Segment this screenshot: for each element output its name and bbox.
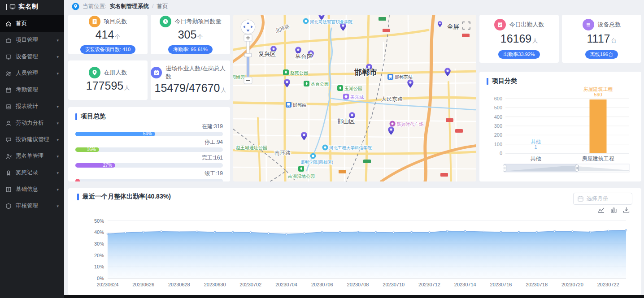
svg-text:南湖湿地公园: 南湖湿地公园 (288, 174, 315, 179)
breadcrumb-current[interactable]: 首页 (157, 3, 168, 10)
location-pin-icon (89, 67, 100, 78)
overview-bar-label: 在建:319 (75, 123, 223, 130)
svg-text:河北司法警官职业学院: 河北司法警官职业学院 (309, 19, 353, 24)
map-panel[interactable]: 复兴区 丛台区 邯山区 邯郸市 北环路 人民东路 南环路 赵苑公园 丛台公园 玉… (233, 15, 476, 181)
download-icon[interactable] (623, 207, 630, 213)
content: 项目总数414个安装设备项目数: 410今日考勤项目数量305个考勤率: 95.… (64, 13, 644, 295)
sidebar-item-blacklist[interactable]: 黑名单管理▾ (0, 148, 64, 164)
overview-bar-label: 完工:161 (75, 154, 223, 162)
breadcrumb-separator: / (152, 3, 153, 9)
sidebar-item-attendance[interactable]: 考勤管理 (0, 82, 64, 98)
chart-toolbox (77, 207, 630, 213)
attendance-panel: 最近一个月整体出勤率(40.83%) 选择月份 (68, 188, 641, 295)
classify-bar-chart[interactable]: 0100200300400500600其他1其他房屋建筑工程590房屋建筑工程 (487, 85, 634, 177)
sidebar-item-basicinfo[interactable]: 基础信息▾ (0, 181, 64, 198)
sidebar-item-label: 劳动力分析 (16, 119, 44, 127)
chevron-down-icon: ▾ (57, 187, 59, 192)
stat-card-registered: 在册人数177595人 (68, 60, 148, 100)
panel-title: 项目分类 (487, 77, 634, 85)
overview-bar-row: 竣工:19 (75, 170, 223, 181)
overview-bar-row: 完工:16127% (75, 154, 223, 168)
stat-card-title: 今日出勤人数 (509, 21, 544, 29)
overview-bar-label: 竣工:19 (75, 170, 223, 177)
sidebar-item-label: 项目管理 (16, 36, 38, 44)
sidebar-item-reward[interactable]: 奖惩记录▾ (0, 164, 64, 181)
svg-text:丛台公园: 丛台公园 (311, 82, 329, 86)
svg-text:河北工程大学科信学院: 河北工程大学科信学院 (329, 145, 372, 150)
sidebar: 实名制 首页项目管理▾设备管理▾人员管理▾考勤管理报表统计▾劳动力分析▾投诉建议… (0, 0, 64, 298)
breadcrumb-root[interactable]: 实名制管理系统 (109, 3, 149, 10)
overview-bar-label: 停工:94 (75, 138, 223, 146)
stat-cards-left: 项目总数414个安装设备项目数: 410今日考勤项目数量305个考勤率: 95.… (68, 15, 230, 100)
map-compass-control[interactable] (241, 20, 255, 34)
stat-card-value: 1117台 (587, 32, 617, 47)
bar-chart-icon[interactable] (610, 207, 617, 213)
bottom-strip (64, 295, 644, 298)
svg-text:200: 200 (494, 132, 502, 138)
stat-card-value: 177595人 (86, 79, 130, 94)
stat-card-unit: 人 (124, 85, 130, 91)
sidebar-item-home[interactable]: 首页 (0, 15, 64, 32)
logo-text: 实名制 (18, 3, 39, 11)
svg-text:20230626: 20230626 (132, 282, 154, 287)
overview-bar-percent: 54% (143, 131, 152, 137)
stat-card-project-total: 项目总数414个安装设备项目数: 410 (68, 15, 148, 54)
overview-bar-track: 16% (75, 147, 223, 152)
svg-text:20230720: 20230720 (561, 282, 583, 287)
stat-card-title: 进场作业人数/在岗总人数 (165, 65, 230, 81)
sidebar-item-label: 人员管理 (16, 69, 38, 77)
stat-card-badge: 出勤率33.92% (498, 50, 540, 59)
svg-text:300: 300 (494, 123, 502, 129)
svg-text:邯郸东站: 邯郸东站 (394, 74, 413, 79)
svg-text:100: 100 (494, 142, 502, 147)
location-pin-icon (72, 3, 79, 10)
overview-bar-row: 在建:31954% (75, 123, 223, 136)
sidebar-item-project[interactable]: 项目管理▾ (0, 32, 64, 48)
sidebar-item-device[interactable]: 设备管理▾ (0, 48, 64, 65)
svg-text:20230716: 20230716 (490, 282, 512, 287)
sidebar-item-label: 首页 (16, 20, 27, 27)
people-icon (5, 70, 12, 77)
sidebar-item-audit[interactable]: 审核管理▾ (0, 198, 64, 214)
sidebar-menu: 首页项目管理▾设备管理▾人员管理▾考勤管理报表统计▾劳动力分析▾投诉建议管理▾黑… (0, 15, 64, 298)
line-chart-icon[interactable] (598, 207, 605, 213)
sidebar-item-label: 基础信息 (16, 186, 38, 193)
project-classify-panel: 项目分类 0100200300400500600其他1其他房屋建筑工程590房屋… (479, 72, 641, 181)
overview-title: 项目总览 (81, 112, 106, 121)
svg-text:其他: 其他 (531, 139, 541, 144)
calendar-check-icon (494, 19, 506, 30)
stat-card-title: 项目总数 (104, 17, 127, 26)
sidebar-item-labor[interactable]: 劳动力分析▾ (0, 115, 64, 131)
attendance-panel-header: 最近一个月整体出勤率(40.83%) 选择月份 (77, 193, 632, 205)
stat-card-title: 在册人数 (104, 69, 127, 77)
stat-card-unit: 台 (611, 38, 616, 44)
overview-bar-fill: 54% (75, 132, 155, 136)
svg-text:590: 590 (594, 92, 602, 97)
month-picker-input[interactable]: 选择月份 (573, 193, 632, 205)
svg-text:新兴时代广场: 新兴时代广场 (396, 122, 423, 127)
svg-text:赵苑公园: 赵苑公园 (290, 70, 308, 75)
svg-text:400: 400 (494, 114, 502, 120)
sidebar-item-complaint[interactable]: 投诉建议管理▾ (0, 131, 64, 148)
left-column: 项目总数414个安装设备项目数: 410今日考勤项目数量305个考勤率: 95.… (68, 15, 230, 181)
sidebar-item-label: 报表统计 (16, 103, 38, 110)
sidebar-item-label: 奖惩记录 (16, 169, 38, 177)
sidebar-item-personnel[interactable]: 人员管理▾ (0, 65, 64, 82)
stat-cards-right: 今日出勤人数16169人出勤率33.92%设备总数1117台离线196台 (479, 15, 641, 63)
chevron-down-icon: ▾ (57, 55, 59, 59)
person-icon (5, 120, 12, 126)
overview-bar-row: 停工:9416% (75, 138, 223, 152)
svg-text:600: 600 (494, 96, 502, 101)
sidebar-item-label: 审核管理 (16, 202, 38, 210)
stat-card-value: 16169人 (500, 32, 538, 47)
sidebar-item-label: 设备管理 (16, 53, 38, 60)
svg-text:0: 0 (500, 151, 502, 156)
svg-text:南环路: 南环路 (274, 150, 291, 156)
panel-title: 项目总览 (75, 112, 223, 121)
map-canvas[interactable]: 复兴区 丛台区 邯山区 邯郸市 北环路 人民东路 南环路 赵苑公园 丛台公园 玉… (233, 15, 476, 181)
attendance-area-chart[interactable]: 0%10%20%30%40%50%20230624202306262023062… (77, 213, 632, 293)
svg-text:复兴区: 复兴区 (258, 51, 276, 57)
stat-card-today-attendance: 今日出勤人数16169人出勤率33.92% (479, 15, 559, 63)
person-x-icon (5, 153, 12, 160)
sidebar-item-report[interactable]: 报表统计▾ (0, 98, 64, 115)
